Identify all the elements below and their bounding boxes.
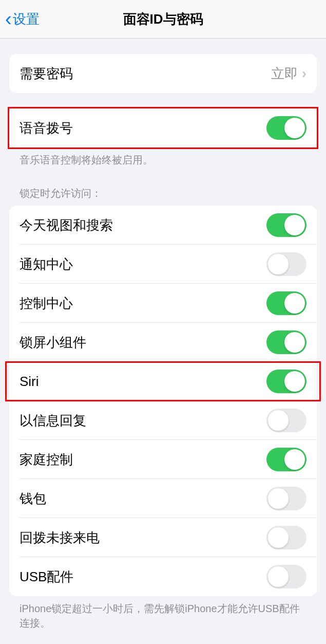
lock-access-toggle[interactable] — [266, 213, 306, 237]
lock-access-label: 控制中心 — [20, 295, 73, 312]
voice-dial-toggle[interactable] — [266, 116, 306, 140]
lock-access-row: 以信息回复 — [9, 401, 317, 440]
lock-access-row: 控制中心 — [9, 284, 317, 323]
toggle-thumb — [284, 215, 305, 235]
voice-dial-group: 语音拨号 — [9, 108, 317, 148]
lock-access-row: 家庭控制 — [9, 440, 317, 479]
chevron-right-icon: › — [302, 65, 306, 82]
voice-dial-footer: 音乐语音控制将始终被启用。 — [9, 148, 317, 167]
toggle-thumb — [284, 449, 305, 470]
toggle-thumb — [268, 488, 289, 509]
lock-access-label: 今天视图和搜索 — [20, 216, 113, 234]
toggle-thumb — [284, 118, 305, 138]
require-passcode-row[interactable]: 需要密码 立即 › — [9, 54, 317, 93]
chevron-left-icon: ‹ — [5, 9, 12, 29]
lock-access-label: 家庭控制 — [20, 451, 73, 469]
voice-dial-row: 语音拨号 — [9, 108, 317, 148]
lock-access-toggle[interactable] — [266, 487, 306, 510]
toggle-thumb — [268, 527, 289, 548]
require-passcode-value: 立即 — [271, 65, 298, 83]
lock-access-label: 锁屏小组件 — [20, 334, 86, 352]
lock-access-toggle[interactable] — [266, 526, 306, 549]
lock-access-row: USB配件 — [9, 557, 317, 596]
require-passcode-label: 需要密码 — [20, 65, 73, 83]
lock-access-label: 以信息回复 — [20, 412, 86, 430]
lock-access-label: 通知中心 — [20, 255, 73, 273]
lock-access-row: 回拨未接来电 — [9, 518, 317, 557]
lock-access-toggle[interactable] — [266, 330, 306, 354]
toggle-thumb — [284, 371, 305, 392]
toggle-thumb — [268, 566, 289, 587]
lock-access-label: 回拨未接来电 — [20, 529, 100, 547]
lock-access-label: 钱包 — [20, 490, 46, 508]
back-label: 设置 — [13, 10, 40, 28]
page-title: 面容ID与密码 — [123, 10, 203, 28]
toggle-thumb — [268, 410, 289, 431]
lock-access-label: USB配件 — [20, 568, 73, 586]
passcode-group: 需要密码 立即 › — [9, 54, 317, 93]
lock-access-row: 锁屏小组件 — [9, 323, 317, 362]
lock-access-toggle[interactable] — [266, 409, 306, 432]
back-button[interactable]: ‹ 设置 — [0, 9, 40, 29]
lock-access-footer: iPhone锁定超过一小时后，需先解锁iPhone才能允许USB配件连接。 — [9, 596, 317, 630]
lock-access-row: 今天视图和搜索 — [9, 206, 317, 245]
lock-access-toggle[interactable] — [266, 370, 306, 393]
lock-access-row: 钱包 — [9, 479, 317, 518]
voice-dial-label: 语音拨号 — [20, 119, 73, 137]
lock-access-row: Siri — [9, 362, 317, 401]
lock-access-label: Siri — [20, 374, 39, 390]
lock-access-header: 锁定时允许访问： — [9, 167, 317, 206]
toggle-thumb — [284, 332, 305, 353]
toggle-thumb — [284, 293, 305, 314]
lock-access-toggle[interactable] — [266, 291, 306, 315]
toggle-thumb — [268, 254, 289, 274]
lock-access-group: 今天视图和搜索通知中心控制中心锁屏小组件Siri以信息回复家庭控制钱包回拨未接来… — [9, 206, 317, 596]
lock-access-row: 通知中心 — [9, 245, 317, 284]
lock-access-toggle[interactable] — [266, 252, 306, 276]
navigation-bar: ‹ 设置 面容ID与密码 — [0, 0, 326, 39]
lock-access-toggle[interactable] — [266, 565, 306, 588]
lock-access-toggle[interactable] — [266, 448, 306, 471]
